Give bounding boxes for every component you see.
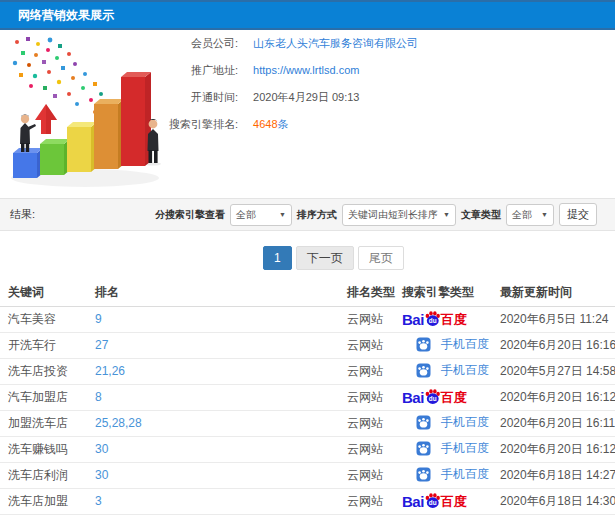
col-header-rank: 排名 [87,280,339,306]
col-header-updated: 最新更新时间 [492,280,615,306]
chevron-down-icon: ▼ [443,211,450,218]
keyword-cell: 加盟洗车店 [0,410,87,436]
bar-yellow [67,122,97,172]
rank-type-cell: 云网站 [339,306,394,332]
updated-cell: 2020年6月20日 16:12 [492,436,615,462]
table-row: 汽车美容 9 云网站 Bai du 百度 2020年6月5日 11:24 [0,306,615,332]
mobile-baidu-icon [416,415,431,430]
engine-cell: 手机百度 [394,410,492,436]
info-row-url: 推广地址: https://www.lrtlsd.com [152,57,418,84]
article-type-filter-select[interactable]: 全部 ▼ [506,204,554,226]
table-row: 汽车加盟店 8 云网站 Bai du 百度 2020年6月20日 16:12 [0,384,615,410]
updated-cell: 2020年6月18日 14:27 [492,462,615,488]
engine-cell: Bai du 百度 [394,488,492,514]
keyword-cell: 洗车店加盟 [0,488,87,514]
rank-type-cell: 云网站 [339,462,394,488]
engine-rank-unit: 条 [278,118,289,130]
marketing-bar-chart-illustration [5,32,175,194]
baidu-paw-icon: du [424,492,441,509]
chevron-down-icon: ▼ [279,211,286,218]
page-title: 网络营销效果展示 [18,8,114,22]
baidu-logo-cn: 百度 [441,391,467,405]
rank-cell[interactable]: 3 [87,488,339,514]
engine-cell: Bai du 百度 [394,384,492,410]
updated-cell: 2020年6月5日 11:24 [492,306,615,332]
up-arrow [35,104,57,134]
filter-bar: 结果: 分搜索引擎查看 全部 ▼ 排序方式 关键词由短到长排序 ▼ 文章类型 全… [0,198,615,231]
mobile-baidu-label: 手机百度 [402,362,489,379]
baidu-logo-bai: Bai [402,312,424,327]
baidu-logo: Bai du 百度 [402,388,467,405]
next-page-button[interactable]: 下一页 [296,246,354,270]
table-row: 洗车店加盟 3 云网站 Bai du 百度 2020年6月18日 14:30 [0,488,615,514]
sort-filter-label: 排序方式 [297,208,337,222]
rank-type-cell: 云网站 [339,384,394,410]
mobile-baidu-label: 手机百度 [402,466,489,483]
mobile-baidu-icon [416,441,431,456]
keyword-cell: 汽车美容 [0,306,87,332]
mobile-baidu-icon [416,337,431,352]
engine-rank-count: 4648 [253,118,277,130]
submit-button[interactable]: 提交 [559,203,597,226]
baidu-logo: Bai du 百度 [402,492,467,509]
sort-filter-select[interactable]: 关键词由短到长排序 ▼ [342,204,456,226]
chevron-down-icon: ▼ [541,211,548,218]
mobile-baidu-icon [416,467,431,482]
mobile-baidu-label: 手机百度 [402,440,489,457]
keyword-cell: 洗车店利润 [0,462,87,488]
page-1-button[interactable]: 1 [263,246,292,270]
engine-filter-label: 分搜索引擎查看 [155,208,225,222]
baidu-logo-bai: Bai [402,494,424,509]
rank-cell[interactable]: 9 [87,306,339,332]
engine-cell: 手机百度 [394,358,492,384]
table-row: 洗车赚钱吗 30 云网站 手机百度 2020年6月20日 16:12 [0,436,615,462]
rank-cell[interactable]: 21,26 [87,358,339,384]
bar-red [121,72,151,166]
engine-cell: Bai du 百度 [394,306,492,332]
rank-cell[interactable]: 27 [87,332,339,358]
baidu-logo: Bai du 百度 [402,310,467,327]
last-page-button[interactable]: 尾页 [358,246,404,270]
rank-cell[interactable]: 25,28,28 [87,410,339,436]
rank-table: 关键词 排名 排名类型 搜索引擎类型 最新更新时间 汽车美容 9 云网站 Bai… [0,280,615,515]
keyword-cell: 洗车店投资 [0,358,87,384]
info-row-company: 会员公司: 山东老人头汽车服务咨询有限公司 [152,30,418,57]
rank-cell[interactable]: 30 [87,462,339,488]
rank-type-cell: 云网站 [339,332,394,358]
mobile-baidu-label: 手机百度 [402,414,489,431]
engine-cell: 手机百度 [394,462,492,488]
rank-type-cell: 云网站 [339,488,394,514]
engine-cell: 手机百度 [394,332,492,358]
rank-type-cell: 云网站 [339,358,394,384]
businessman-left [20,115,36,152]
table-row: 洗车店利润 30 云网站 手机百度 2020年6月18日 14:27 [0,462,615,488]
updated-cell: 2020年6月18日 14:30 [492,488,615,514]
open-time-label: 开通时间: [152,84,238,111]
pagination: 1 下一页 尾页 [263,246,404,270]
engine-cell: 手机百度 [394,436,492,462]
table-row: 加盟洗车店 25,28,28 云网站 手机百度 2020年6月20日 16:11 [0,410,615,436]
company-link[interactable]: 山东老人头汽车服务咨询有限公司 [253,37,418,49]
promo-url-link[interactable]: https://www.lrtlsd.com [253,64,359,76]
svg-text:du: du [429,317,437,324]
promo-url-label: 推广地址: [152,57,238,84]
mobile-baidu-icon [416,363,431,378]
rank-type-cell: 云网站 [339,410,394,436]
info-row-open-time: 开通时间: 2020年4月29日 09:13 [152,84,418,111]
keyword-cell: 汽车加盟店 [0,384,87,410]
engine-rank-label: 搜索引擎排名: [152,111,238,138]
bar-green [40,139,70,175]
bar-orange [94,99,124,169]
mobile-baidu-label: 手机百度 [402,336,489,353]
col-header-keyword: 关键词 [0,280,87,306]
baidu-paw-icon: du [424,388,441,405]
baidu-logo-cn: 百度 [441,495,467,509]
rank-cell[interactable]: 8 [87,384,339,410]
keyword-cell: 开洗车行 [0,332,87,358]
engine-filter-select[interactable]: 全部 ▼ [230,204,292,226]
svg-text:du: du [429,395,437,402]
rank-cell[interactable]: 30 [87,436,339,462]
member-info: 会员公司: 山东老人头汽车服务咨询有限公司 推广地址: https://www.… [152,30,418,138]
info-row-engine-rank: 搜索引擎排名: 4648条 [152,111,418,138]
svg-text:du: du [429,499,437,506]
